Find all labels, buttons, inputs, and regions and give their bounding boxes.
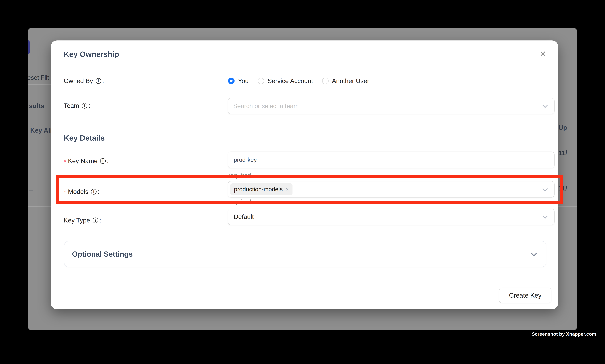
label-colon: : (89, 102, 90, 109)
partial-table-cell-dash: – (29, 151, 33, 158)
radio-selected-icon[interactable] (228, 78, 234, 84)
required-asterisk: * (64, 188, 66, 196)
radio-another-user[interactable]: Another User (322, 77, 369, 85)
chevron-down-icon (531, 250, 537, 256)
label-colon: : (107, 157, 109, 165)
info-icon[interactable]: i (91, 189, 97, 195)
radio-service-account[interactable]: Service Account (258, 77, 313, 85)
create-key-button[interactable]: Create Key (499, 287, 552, 303)
key-type-label: Key Type i : (64, 215, 101, 225)
key-name-label: * Key Name i : (64, 156, 109, 166)
partial-updated-header: Up (558, 124, 567, 131)
partial-table-cell-dash: – (29, 186, 33, 194)
label-colon: : (102, 77, 104, 85)
table-row-divider (558, 206, 577, 207)
owned-by-label-text: Owned By (64, 77, 93, 85)
radio-label: Another User (332, 77, 369, 85)
radio-unselected-icon[interactable] (322, 78, 329, 84)
close-icon: ✕ (540, 49, 546, 58)
create-key-button-label: Create Key (509, 292, 541, 299)
info-icon-glyph: i (95, 218, 96, 223)
key-name-value: prod-key (234, 156, 257, 163)
key-name-input[interactable]: prod-key (228, 152, 554, 168)
models-select[interactable]: production-models × (228, 181, 554, 197)
radio-label: You (238, 77, 249, 85)
label-colon: : (98, 188, 100, 195)
models-required-message: required (228, 198, 251, 205)
info-icon[interactable]: i (100, 158, 106, 164)
toolbar-divider (28, 84, 51, 85)
radio-you[interactable]: You (228, 77, 249, 85)
partial-date-cell: 11/ (558, 149, 567, 157)
team-select-placeholder: Search or select a team (233, 103, 299, 110)
section-title-key-ownership: Key Ownership (64, 50, 119, 59)
table-row-divider (28, 206, 51, 207)
info-icon[interactable]: i (82, 103, 87, 109)
label-colon: : (99, 217, 101, 224)
key-type-select[interactable]: Default (228, 209, 554, 225)
toolbar-divider (28, 69, 51, 69)
owned-by-label: Owned By i : (64, 76, 104, 86)
info-icon-glyph: i (102, 159, 103, 163)
create-key-modal: ✕ Key Ownership Owned By i : You Service… (51, 40, 558, 309)
key-name-label-text: Key Name (68, 157, 98, 165)
models-tag-label: production-models (234, 186, 283, 193)
chevron-down-icon (542, 214, 548, 219)
key-type-value: Default (234, 213, 254, 221)
radio-unselected-icon[interactable] (258, 78, 264, 84)
models-tag: production-models × (230, 183, 293, 195)
models-label: * Models i : (64, 187, 100, 197)
team-label-text: Team (64, 102, 79, 109)
partial-reset-filters-label: eset Filt (27, 74, 49, 81)
models-label-text: Models (68, 188, 88, 195)
info-icon[interactable]: i (96, 78, 101, 84)
info-icon[interactable]: i (93, 218, 98, 223)
key-name-required-message: required (228, 172, 251, 179)
radio-label: Service Account (268, 77, 313, 85)
info-icon-glyph: i (93, 190, 94, 194)
partial-results-label: sults (29, 102, 44, 110)
team-label: Team i : (64, 101, 90, 111)
optional-settings-label: Optional Settings (72, 250, 133, 258)
required-asterisk: * (64, 158, 66, 165)
info-icon-glyph: i (84, 104, 85, 108)
optional-settings-panel[interactable]: Optional Settings (64, 241, 546, 267)
close-button[interactable]: ✕ (538, 48, 548, 59)
section-title-key-details: Key Details (64, 133, 105, 142)
owned-by-radio-group: You Service Account Another User (228, 76, 378, 86)
team-select[interactable]: Search or select a team (228, 98, 554, 114)
table-row-divider (28, 171, 51, 171)
tag-remove-icon[interactable]: × (286, 186, 289, 193)
partial-date-cell: 11/ (558, 184, 567, 192)
info-icon-glyph: i (98, 79, 99, 83)
watermark-text: Screenshot by Xnapper.com (532, 331, 596, 337)
table-row-divider (558, 171, 577, 171)
partial-indigo-button (28, 40, 30, 54)
key-type-label-text: Key Type (64, 217, 90, 224)
chevron-down-icon (542, 103, 548, 108)
chevron-down-icon (542, 186, 548, 191)
